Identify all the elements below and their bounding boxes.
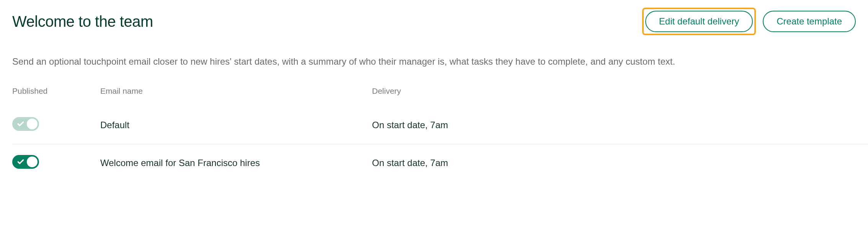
highlight-edit-default-delivery: Edit default delivery: [642, 8, 756, 35]
col-header-published: Published: [12, 86, 100, 96]
col-header-delivery: Delivery: [372, 86, 868, 96]
email-templates-table: Published Email name Delivery Default On…: [12, 86, 868, 182]
delivery-cell: On start date, 7am: [372, 120, 868, 130]
create-template-button[interactable]: Create template: [763, 11, 856, 32]
table-header-row: Published Email name Delivery: [12, 86, 868, 106]
toggle-knob: [27, 157, 38, 167]
table-row: Welcome email for San Francisco hires On…: [12, 144, 868, 182]
email-name-cell: Welcome email for San Francisco hires: [100, 158, 372, 168]
col-header-email-name: Email name: [100, 86, 372, 96]
edit-default-delivery-button[interactable]: Edit default delivery: [645, 11, 753, 32]
check-icon: [17, 120, 24, 128]
check-icon: [17, 158, 24, 166]
published-toggle[interactable]: [12, 117, 39, 131]
header-actions: Edit default delivery Create template: [642, 8, 856, 35]
email-name-cell: Default: [100, 120, 372, 130]
page-description: Send an optional touchpoint email closer…: [12, 55, 868, 68]
toggle-knob: [27, 119, 38, 129]
page-title: Welcome to the team: [12, 13, 153, 30]
delivery-cell: On start date, 7am: [372, 158, 868, 168]
table-row: Default On start date, 7am: [12, 106, 868, 144]
published-toggle[interactable]: [12, 155, 39, 169]
